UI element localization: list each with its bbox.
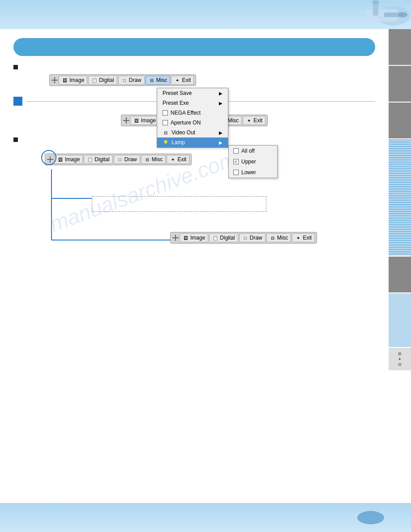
nega-effect-label: NEGA Effect [171,110,201,116]
top-banner [0,0,411,29]
exit-icon-1: ✦ [174,77,180,83]
submenu-all-off[interactable]: All off [229,146,277,156]
toolbar-4: 🖼 Image 📋 Digital □ Draw ⊟ Misc [170,232,317,244]
lamp-arrow: ▶ [219,140,223,145]
toolbar-1-misc-btn[interactable]: ⊟ Misc [146,76,171,85]
dropdown-nega-effect[interactable]: NEGA Effect [157,108,228,118]
toolbar-4-digital-btn[interactable]: 📋 Digital [209,233,238,242]
main-content: 🖼 Image 📋 Digital □ Draw ⊟ Misc ✦ Ex [0,29,389,503]
lamp-label: Lamp [171,139,185,146]
misc-icon-1: ⊟ [149,77,155,83]
misc-icon-3: ⊟ [144,156,150,163]
aperture-on-label: Aperture ON [171,120,201,126]
exit-icon-2: ✦ [246,117,252,124]
toolbar-2-exit-btn[interactable]: ✦ Exit [243,116,265,125]
sidebar-tab-5[interactable] [389,257,411,292]
dropdown-video-out[interactable]: ⊟ Video Out ▶ [157,128,228,137]
video-out-arrow: ▶ [219,130,223,135]
submenu-lower[interactable]: Lower [229,167,277,178]
lower-checkbox[interactable] [233,170,239,175]
toolbar-4-exit-btn[interactable]: ✦ Exit [292,233,315,242]
bullet-section-2: 🖼 Image 📋 Digital □ Draw ⊟ [13,137,375,252]
sidebar-icon-3: ⊟ [398,362,402,367]
blue-square [13,97,22,106]
toolbar-1-digital-btn[interactable]: 📋 Digital [88,76,117,85]
preset-save-label: Preset Save [163,90,192,96]
misc-icon-4: ⊟ [270,235,276,241]
toolbar-4-cross-icon [172,235,179,241]
draw-icon-1: □ [121,77,128,83]
dropdown-menu: Preset Save ▶ Preset Exe ▶ NEGA Effect A… [157,88,228,148]
submenu-upper[interactable]: ✓ Upper [229,156,277,167]
dropdown-preset-save[interactable]: Preset Save ▶ [157,88,228,98]
right-sidebar: ⊞ ✦ ⊟ [389,29,411,499]
lower-label: Lower [241,169,256,176]
toolbar-4-image-btn[interactable]: 🖼 Image [180,233,208,242]
toolbar-3-area: 🖼 Image 📋 Digital □ Draw ⊟ [45,154,192,165]
image-icon-4: 🖼 [183,235,189,241]
lamp-submenu: All off ✓ Upper Lower [228,145,278,178]
toolbar-1-cross-icon [51,77,58,83]
sidebar-tab-6[interactable] [389,293,411,347]
exit-icon-3: ✦ [170,156,176,163]
toolbar-3-misc-btn[interactable]: ⊟ Misc [141,155,166,164]
aperture-on-checkbox[interactable] [163,120,168,125]
draw-icon-3: □ [117,156,123,163]
toolbar-4-area: 🖼 Image 📋 Digital □ Draw ⊟ Misc [170,232,317,244]
preset-save-arrow: ▶ [219,91,223,96]
circle-highlight [41,150,56,165]
sidebar-tab-2[interactable] [389,66,411,102]
nega-effect-checkbox[interactable] [163,110,168,116]
section-header [13,38,375,56]
dropdown-lamp[interactable]: 💡 Lamp ▶ [157,137,228,147]
bullet-marker-1 [13,65,18,69]
sidebar-tab-1[interactable] [389,29,411,65]
all-off-checkbox[interactable] [233,148,239,154]
draw-icon-4: □ [242,235,248,241]
image-icon-3: 🖼 [57,156,64,163]
svg-point-5 [398,12,407,17]
toolbar-4-draw-btn[interactable]: □ Draw [239,233,265,242]
digital-icon-3: 📋 [87,156,93,163]
toolbar-3: 🖼 Image 📋 Digital □ Draw ⊟ [45,154,192,165]
all-off-label: All off [241,148,255,154]
sidebar-icon-2: ✦ [398,357,402,361]
upper-label: Upper [241,159,256,165]
toolbar-4-misc-btn[interactable]: ⊟ Misc [266,233,291,242]
toolbar-3-draw-btn[interactable]: □ Draw [114,155,140,164]
sidebar-mini-text: ⊞ ✦ ⊟ [389,348,411,370]
toolbar-1: 🖼 Image 📋 Digital □ Draw ⊟ Misc ✦ Ex [49,74,196,86]
toolbar-3-exit-btn[interactable]: ✦ Exit [167,155,189,164]
dropdown-preset-exe[interactable]: Preset Exe ▶ [157,98,228,108]
digital-icon-4: 📋 [212,235,218,241]
sidebar-icon-1: ⊞ [398,352,402,356]
toolbar-1-exit-btn[interactable]: ✦ Exit [171,76,194,85]
image-icon-1: 🖼 [62,77,68,83]
video-out-icon: ⊟ [163,129,169,136]
sidebar-tab-3[interactable] [389,103,411,138]
toolbar-dropdown-area: 🖼 Image 📋 Digital □ Draw ⊟ Misc ✦ Ex [49,74,375,88]
bottom-oval [357,511,384,524]
dropdown-aperture-on[interactable]: Aperture ON [157,118,228,128]
circle-wrapper: 🖼 Image 📋 Digital □ Draw ⊟ [45,154,192,165]
upper-checkbox[interactable]: ✓ [233,159,239,164]
toolbar-2-cross-icon [123,117,129,124]
toolbar-1-draw-btn[interactable]: □ Draw [118,76,145,85]
drag-input-box [92,196,266,212]
exit-icon-4: ✦ [295,235,301,241]
bottom-banner-lines [0,503,411,532]
bottom-banner [0,503,411,532]
sidebar-tab-4[interactable] [389,139,411,256]
svg-point-3 [372,0,379,4]
toolbar-3-image-btn[interactable]: 🖼 Image [54,155,83,164]
preset-exe-arrow: ▶ [219,101,223,106]
bullet-marker-2 [13,137,18,142]
toolbar-3-digital-btn[interactable]: 📋 Digital [84,155,112,164]
toolbar-2-image-btn[interactable]: 🖼 Image [130,116,159,125]
drag-illustration: 🖼 Image 📋 Digital □ Draw ⊟ [13,154,375,252]
video-out-label: Video Out [171,129,195,136]
toolbar-1-image-btn[interactable]: 🖼 Image [59,76,87,85]
bullet-section-1: 🖼 Image 📋 Digital □ Draw ⊟ Misc ✦ Ex [13,65,375,88]
image-icon-2: 🖼 [133,117,140,124]
device-illustration [339,0,411,27]
